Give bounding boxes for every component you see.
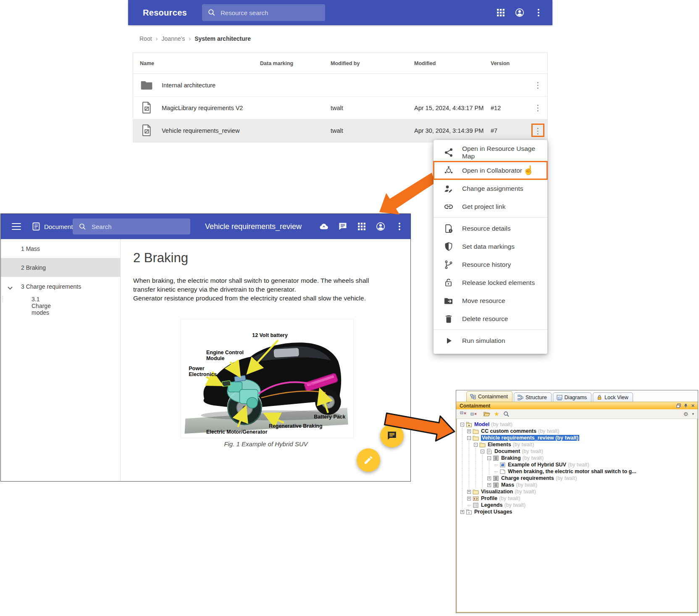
document-nav[interactable]: Document [32,222,73,231]
resource-search-input[interactable] [221,9,320,16]
column-version: Version [491,61,528,66]
document-search-box[interactable] [73,218,190,234]
favorites-icon[interactable]: ★ [494,411,499,417]
row-overflow-menu-icon[interactable]: ⋮ [528,103,548,113]
comments-icon[interactable] [338,221,348,232]
menu-hamburger-icon[interactable] [12,223,21,230]
collapse-expander-icon[interactable]: - [460,423,464,426]
settings-gear-icon[interactable]: ⚙ [683,411,688,417]
open-in-diagram-icon[interactable] [484,411,490,417]
gear-dropdown-icon[interactable]: ▾ [692,412,694,416]
toc-item[interactable]: 3 Charge requirements [1,277,120,296]
tree-node[interactable]: - Braking (by twalt) [460,455,698,461]
tree-indent-guide [469,448,474,455]
tree-node[interactable]: + Visualization (by twalt) [460,488,698,495]
context-menu-item[interactable]: Run simulation ☝ [434,332,547,350]
table-row[interactable]: Internal architecture ⋮ [133,74,547,97]
collapse-expander-icon[interactable]: - [474,443,478,447]
resources-app-bar: Resources [128,0,552,25]
collapse-all-icon[interactable] [460,411,467,417]
collapse-expander-icon[interactable]: - [487,456,491,460]
expand-expander-icon[interactable]: + [487,476,491,480]
panel-tab[interactable]: Diagrams [553,392,592,402]
quick-search-icon[interactable] [503,411,510,417]
expand-expander-icon[interactable]: + [467,497,471,500]
tree-node[interactable]: + Charge requirements (by twalt) [460,475,698,482]
tree-node-owner: (by twalt) [515,489,536,495]
tree-node-owner: (by twalt) [523,455,544,461]
collapse-expander-icon[interactable]: - [467,436,471,440]
tree-node[interactable]: + CC custom comments (by twalt) [460,428,698,434]
context-menu-item[interactable]: Open in Collaborator ☝ [434,161,547,179]
menu-item-label: Open in Collaborator [462,167,522,174]
toc-item[interactable]: 2 Braking [1,258,120,277]
apps-grid-icon[interactable] [496,8,506,18]
tree-node[interactable]: - Document (by twalt) [460,448,698,455]
context-menu-item[interactable]: Release locked elements ☝ [434,274,547,292]
context-menu-item[interactable]: Resource history ☝ [434,255,547,274]
restore-icon[interactable] [676,403,681,408]
folder-tree-icon [473,435,479,441]
close-icon[interactable]: ✕ [691,403,695,408]
tree-indent-guide [476,448,481,455]
context-menu-item[interactable]: Resource details ☝ [434,219,547,237]
row-overflow-menu-icon[interactable]: ⋮ [528,80,548,90]
apps-grid-icon[interactable] [357,221,367,232]
expand-expander-icon[interactable]: + [467,490,471,494]
table-row[interactable]: Vehicle requirements_review twalt Apr 30… [133,119,547,142]
tree-node[interactable]: - Vehicle requirements_review (by twalt) [460,434,698,441]
collapse-expander-icon[interactable]: - [481,450,484,453]
publish-cloud-icon[interactable] [319,221,329,232]
comment-fab-button[interactable] [380,424,404,448]
breadcrumb-separator-icon: › [156,35,158,42]
context-menu-item[interactable]: Delete resource ☝ [434,310,547,328]
context-menu-item[interactable]: Get project link ☝ [434,197,547,216]
overflow-menu-icon[interactable] [533,8,544,18]
context-menu-item[interactable]: Move resource ☝ [434,292,547,310]
cell-name: MagicLibrary requirements V2 [162,105,260,111]
table-row[interactable]: MagicLibrary requirements V2 twalt Apr 1… [133,97,547,119]
tree-node[interactable]: Legends (by twalt) [460,502,698,508]
expand-expander-icon[interactable]: + [487,483,491,487]
panel-tab[interactable]: Containment [466,391,512,402]
panel-title-bar: Containment ✕ [456,402,698,409]
tree-node[interactable]: + Project Usages [460,508,698,515]
tree-node[interactable]: + Mass (by twalt) [460,482,698,488]
tree-node[interactable]: When braking, the electric motor shall s… [460,468,698,475]
toc-item[interactable]: 1 Mass [1,239,120,258]
body-paragraph: When braking, the electric motor shall s… [133,276,393,294]
panel-tab[interactable]: Lock View [593,392,633,402]
context-menu-item[interactable]: Open in Resource Usage Map ☝ [434,143,547,161]
breadcrumb-item[interactable]: Joanne's [162,35,185,42]
expand-expander-icon[interactable]: + [467,429,471,433]
panel-tab[interactable]: Structure [514,392,552,402]
folder-tree-icon [479,442,486,448]
pin-icon[interactable] [683,403,688,408]
context-menu-item[interactable]: Change assignments ☝ [434,179,547,197]
breadcrumb-item: System architecture [194,35,251,42]
tree-indent-guide [469,482,474,488]
collapse-selected-icon[interactable] [470,411,477,417]
move-resource-icon [444,296,454,306]
tree-node[interactable]: + Profile (by twalt) [460,495,698,502]
breadcrumb-item[interactable]: Root [139,35,152,42]
overflow-menu-icon[interactable] [394,221,405,232]
tree-node-owner: (by twalt) [522,448,543,454]
tree-node[interactable]: - Model (by twalt) [460,421,698,428]
context-menu-item[interactable]: Set data markings ☝ [434,237,547,255]
folder-tree-icon [473,489,479,495]
document-search-input[interactable] [92,223,184,230]
tree-node[interactable]: - Elements (by twalt) [460,441,698,448]
account-icon[interactable] [515,8,525,18]
resource-search-box[interactable] [202,4,325,21]
expand-expander-icon[interactable]: + [460,510,464,514]
tree-connector [494,465,498,465]
project-usages-icon [466,509,472,515]
toc-item[interactable]: 3.1 Charge modes [3,296,32,303]
search-icon [79,223,87,231]
highlight-box-row-menu [531,124,544,137]
tree-node[interactable]: Example of Hybrid SUV (by twalt) [460,461,698,468]
tree-node-label: Project Usages [474,509,512,515]
edit-fab-button[interactable] [357,448,380,472]
account-icon[interactable] [376,221,386,232]
